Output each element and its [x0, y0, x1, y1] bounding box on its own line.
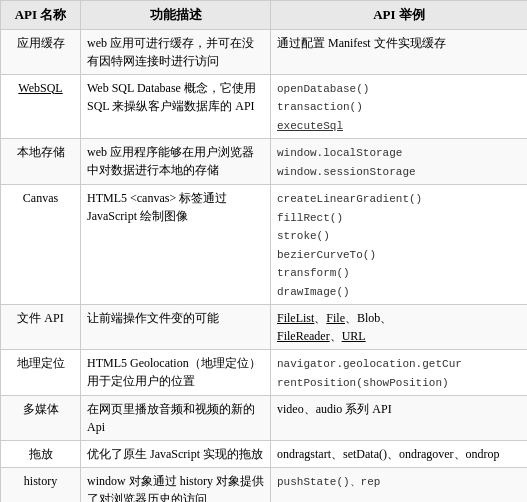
cell-example: video、audio 系列 API: [271, 396, 528, 441]
cell-example: createLinearGradient()fillRect()stroke()…: [271, 185, 528, 305]
table-row: 多媒体在网页里播放音频和视频的新的 Apivideo、audio 系列 API: [1, 396, 528, 441]
cell-desc: 让前端操作文件变的可能: [81, 305, 271, 350]
table-row: CanvasHTML5 <canvas> 标签通过 JavaScript 绘制图…: [1, 185, 528, 305]
header-name: API 名称: [1, 1, 81, 30]
table-header-row: API 名称 功能描述 API 举例: [1, 1, 528, 30]
cell-name: 本地存储: [1, 139, 81, 185]
cell-name: WebSQL: [1, 74, 81, 139]
cell-name: 应用缓存: [1, 29, 81, 74]
table-row: 本地存储web 应用程序能够在用户浏览器中对数据进行本地的存储window.lo…: [1, 139, 528, 185]
table-row: historywindow 对象通过 history 对象提供了对浏览器历史的访…: [1, 468, 528, 503]
table-row: 地理定位HTML5 Geolocation（地理定位）用于定位用户的位置navi…: [1, 350, 528, 396]
cell-desc: web 应用程序能够在用户浏览器中对数据进行本地的存储: [81, 139, 271, 185]
cell-example: pushState()、rep: [271, 468, 528, 503]
cell-example: ondragstart、setData()、ondragover、ondrop: [271, 441, 528, 468]
cell-desc: Web SQL Database 概念，它使用 SQL 来操纵客户端数据库的 A…: [81, 74, 271, 139]
table-row: 应用缓存web 应用可进行缓存，并可在没有因特网连接时进行访问通过配置 Mani…: [1, 29, 528, 74]
header-example: API 举例: [271, 1, 528, 30]
cell-desc: 优化了原生 JavaScript 实现的拖放: [81, 441, 271, 468]
cell-desc: web 应用可进行缓存，并可在没有因特网连接时进行访问: [81, 29, 271, 74]
cell-example: 通过配置 Manifest 文件实现缓存: [271, 29, 528, 74]
table-row: 文件 API让前端操作文件变的可能FileList、File、Blob、File…: [1, 305, 528, 350]
cell-example: navigator.geolocation.getCurrentPosition…: [271, 350, 528, 396]
main-container: API 名称 功能描述 API 举例 应用缓存web 应用可进行缓存，并可在没有…: [0, 0, 527, 502]
cell-name: 多媒体: [1, 396, 81, 441]
cell-name: history: [1, 468, 81, 503]
cell-desc: HTML5 Geolocation（地理定位）用于定位用户的位置: [81, 350, 271, 396]
cell-desc: window 对象通过 history 对象提供了对浏览器历史的访问: [81, 468, 271, 503]
cell-example: openDatabase()transaction()executeSql: [271, 74, 528, 139]
cell-name: Canvas: [1, 185, 81, 305]
table-row: WebSQLWeb SQL Database 概念，它使用 SQL 来操纵客户端…: [1, 74, 528, 139]
table-row: 拖放优化了原生 JavaScript 实现的拖放ondragstart、setD…: [1, 441, 528, 468]
cell-name: 地理定位: [1, 350, 81, 396]
api-table: API 名称 功能描述 API 举例 应用缓存web 应用可进行缓存，并可在没有…: [0, 0, 527, 502]
cell-name: 拖放: [1, 441, 81, 468]
cell-example: window.localStoragewindow.sessionStorage: [271, 139, 528, 185]
cell-desc: 在网页里播放音频和视频的新的 Api: [81, 396, 271, 441]
cell-example: FileList、File、Blob、FileReader、URL: [271, 305, 528, 350]
header-desc: 功能描述: [81, 1, 271, 30]
cell-desc: HTML5 <canvas> 标签通过 JavaScript 绘制图像: [81, 185, 271, 305]
cell-name: 文件 API: [1, 305, 81, 350]
